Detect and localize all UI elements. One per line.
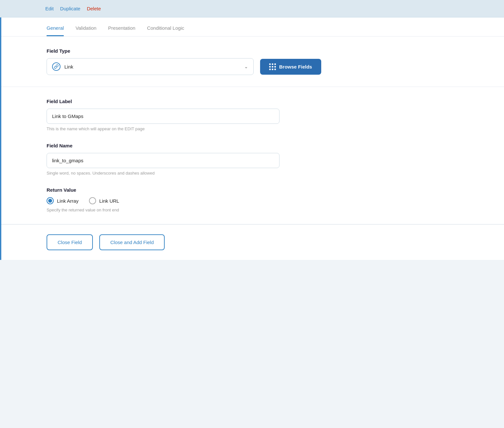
tabs-section: General Validation Presentation Conditio… [1,17,504,37]
tab-general[interactable]: General [47,25,64,36]
field-type-value: Link [64,64,240,70]
field-name-heading: Field Name [47,143,459,148]
browse-fields-button[interactable]: Browse Fields [260,59,321,75]
field-label-input[interactable] [47,109,279,124]
radio-link-array-label: Link Array [57,198,79,204]
return-value-heading: Return Value [47,187,459,193]
field-type-row: Link ⌄ Browse Fields [47,58,459,75]
tab-conditional-logic[interactable]: Conditional Logic [147,25,184,36]
delete-link[interactable]: Delete [87,6,101,11]
footer-section: Close Field Close and Add Field [1,224,504,260]
field-type-dropdown[interactable]: Link ⌄ [47,58,254,75]
close-and-add-field-button[interactable]: Close and Add Field [99,234,165,250]
field-name-hint: Single word, no spaces. Underscores and … [47,171,459,176]
field-name-input[interactable] [47,153,279,168]
tab-presentation[interactable]: Presentation [108,25,135,36]
radio-link-url-label: Link URL [99,198,119,204]
field-label-group: Field Label This is the name which will … [47,99,459,131]
radio-link-array-inner [48,199,52,203]
main-card: General Validation Presentation Conditio… [0,17,504,260]
return-value-group: Return Value Link Array Link URL Specify… [47,187,459,212]
form-fields-section: Field Label This is the name which will … [1,87,504,224]
field-label-hint: This is the name which will appear on th… [47,126,459,131]
field-type-label: Field Type [47,48,459,54]
link-icon [52,62,60,71]
chevron-down-icon: ⌄ [244,64,248,69]
field-name-group: Field Name Single word, no spaces. Under… [47,143,459,176]
field-label-heading: Field Label [47,99,459,104]
radio-link-url[interactable]: Link URL [89,197,119,204]
top-action-bar: Edit Duplicate Delete [0,0,504,17]
radio-group: Link Array Link URL [47,197,459,204]
radio-link-array-outer [47,197,54,204]
close-field-button[interactable]: Close Field [47,234,93,250]
tab-validation[interactable]: Validation [75,25,96,36]
field-type-section: Field Type Link ⌄ [1,37,504,87]
tabs-bar: General Validation Presentation Conditio… [47,25,459,36]
grid-icon [269,63,276,70]
radio-link-url-outer [89,197,96,204]
radio-link-array[interactable]: Link Array [47,197,79,204]
edit-link[interactable]: Edit [45,6,54,11]
return-value-hint: Specify the returned value on front end [47,208,459,212]
duplicate-link[interactable]: Duplicate [60,6,81,11]
